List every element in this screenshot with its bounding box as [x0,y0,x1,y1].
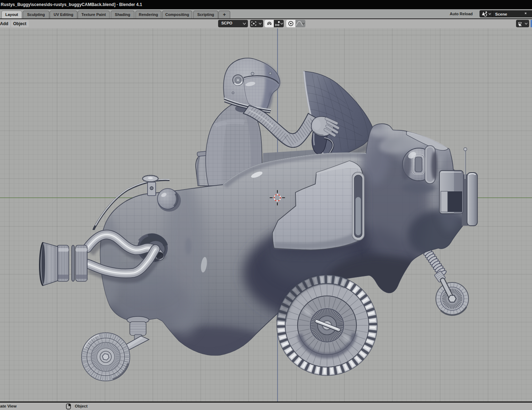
svg-text:Scene: Scene [495,12,507,16]
